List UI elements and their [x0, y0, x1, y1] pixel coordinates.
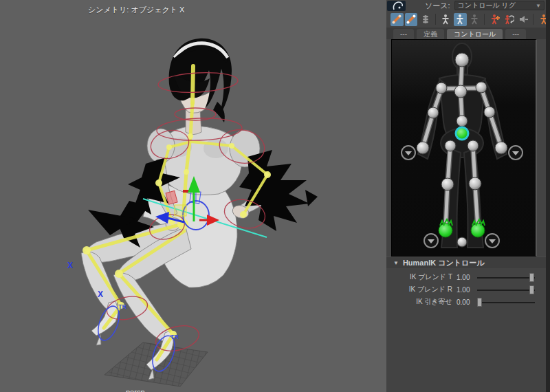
picker-right-knee[interactable]: [469, 177, 481, 190]
maya-humanik-window: X X TR TR: [0, 0, 550, 392]
rotate-buttons: [402, 146, 522, 248]
humanik-sliders: IK ブレンド T 1.00 IK ブレンド R 1.00 IK 引き寄せ 0.…: [386, 268, 550, 308]
humanik-toolbar: [386, 11, 550, 28]
selection-mode-icon[interactable]: [468, 13, 481, 26]
mirror-pose-icon[interactable]: [503, 13, 516, 26]
ik-pull-slider[interactable]: [477, 298, 535, 307]
slider-label: IK ブレンド T: [386, 272, 452, 282]
full-body-mode-icon[interactable]: [439, 13, 452, 26]
toolbar-separator: [435, 14, 436, 25]
ankle-tr-label: TR: [170, 334, 179, 340]
rotate-button-triangles: [405, 151, 519, 243]
picker-right-hip[interactable]: [468, 140, 478, 151]
picker-left-shoulder[interactable]: [436, 83, 447, 94]
ik-pull-row: IK 引き寄せ 0.00: [386, 296, 550, 308]
panel-edge: [546, 0, 550, 392]
viewport-scene: X X TR TR: [0, 0, 386, 392]
collapse-triangle-icon: ▼: [393, 260, 399, 266]
axis-x-marker: X: [67, 261, 73, 270]
picker-right-hand[interactable]: [495, 142, 507, 154]
ik-blend-t-slider[interactable]: [477, 273, 535, 282]
toolbar-separator: [533, 14, 534, 25]
source-dropdown[interactable]: コントロール リグ ▼: [454, 1, 544, 10]
source-row: ソース: コントロール リグ ▼: [386, 0, 550, 11]
picker-right-shoulder[interactable]: [476, 82, 487, 93]
slider-handle[interactable]: [529, 285, 534, 294]
ik-blend-r-row: IK ブレンド R 1.00: [386, 283, 550, 296]
slider-value[interactable]: 0.00: [452, 298, 476, 306]
picker-ground-ref[interactable]: [457, 237, 467, 247]
picker-left-knee[interactable]: [441, 178, 454, 190]
chevron-down-icon: ▼: [536, 3, 541, 9]
set-key-icon[interactable]: [488, 13, 501, 26]
slider-handle[interactable]: [529, 273, 534, 282]
picker-hips-selected[interactable]: [456, 127, 468, 140]
picker-left-hip[interactable]: [445, 140, 456, 151]
source-dropdown-value: コントロール リグ: [458, 1, 536, 10]
viewport-3d[interactable]: X X TR TR: [0, 0, 386, 392]
picker-feet-selected[interactable]: [439, 219, 485, 237]
tab-dash-right[interactable]: ---: [505, 29, 526, 39]
slider-handle[interactable]: [477, 298, 482, 307]
picker-head[interactable]: [455, 53, 469, 67]
slider-value[interactable]: 1.00: [452, 274, 476, 281]
humanik-section-header[interactable]: ▼ HumanIK コントロール: [386, 257, 550, 268]
body-part-mode-icon[interactable]: [454, 13, 467, 26]
tab-definition[interactable]: 定義: [417, 29, 444, 39]
picker-left-hand[interactable]: [417, 142, 429, 154]
character-picker[interactable]: [391, 39, 537, 257]
symmetry-status-label: シンメトリ: オブジェクト X: [88, 5, 184, 15]
panel-tabs: --- 定義 コントロール ---: [386, 28, 550, 39]
fk-bone-icon[interactable]: [405, 13, 418, 26]
camera-name-label: persp: [126, 388, 145, 392]
slider-value[interactable]: 1.00: [452, 286, 476, 294]
picker-right-elbow[interactable]: [484, 107, 495, 118]
mute-icon[interactable]: [517, 13, 530, 26]
ik-blend-r-slider[interactable]: [477, 285, 535, 294]
toolbar-separator: [484, 14, 485, 25]
picker-chest[interactable]: [454, 85, 467, 98]
axis-x-marker: X: [98, 290, 103, 299]
picker-waist[interactable]: [456, 116, 468, 127]
source-label: ソース:: [425, 1, 450, 11]
slider-label: IK ブレンド R: [386, 285, 452, 294]
ankle-tr-label: TR: [118, 303, 126, 310]
character-controls-panel: ソース: コントロール リグ ▼: [386, 0, 550, 392]
spine-icon[interactable]: [419, 13, 432, 26]
tab-dash-left[interactable]: ---: [393, 29, 414, 39]
slider-label: IK 引き寄せ: [386, 297, 452, 307]
tab-controls[interactable]: コントロール: [447, 29, 503, 39]
center-handle[interactable]: [175, 205, 186, 216]
picker-left-elbow[interactable]: [428, 107, 439, 118]
section-title: HumanIK コントロール: [403, 258, 485, 268]
humanik-character-icon[interactable]: [387, 1, 406, 11]
ik-bone-icon[interactable]: [390, 13, 404, 26]
ik-blend-t-row: IK ブレンド T 1.00: [386, 271, 550, 283]
